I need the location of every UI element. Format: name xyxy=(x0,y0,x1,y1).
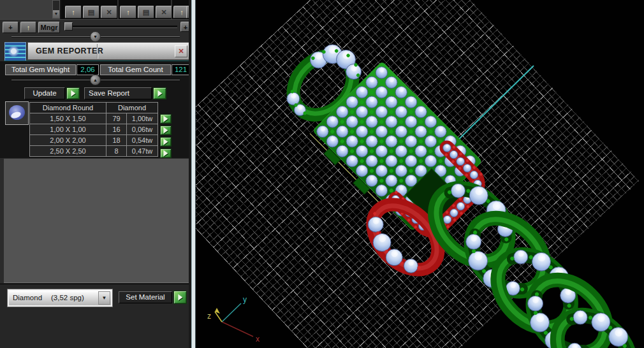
construction-line xyxy=(458,66,534,140)
col-header-diamond: Diamond xyxy=(106,103,157,113)
history-slider-handle[interactable] xyxy=(64,22,73,31)
x-axis-label: x xyxy=(256,335,260,344)
delete-icon: ✕ xyxy=(106,8,112,16)
history-slider-track[interactable] xyxy=(65,25,177,28)
gem-reporter-header[interactable]: GEM REPORTER ✕ xyxy=(4,42,190,60)
row-count: 8 xyxy=(106,146,126,156)
row-weight: 0,06tw xyxy=(127,124,157,134)
gem-reporter-titlebar: GEM REPORTER ✕ xyxy=(27,42,190,60)
delete-button[interactable]: ✕ xyxy=(101,6,117,18)
close-icon[interactable]: ✕ xyxy=(175,45,187,57)
up-arrow-icon: ↑ xyxy=(71,8,75,16)
save-report-button[interactable]: Save Report xyxy=(84,87,152,99)
row-count: 16 xyxy=(106,124,126,134)
up-arrow-icon: ↑ xyxy=(180,8,184,16)
delete-icon: ✕ xyxy=(161,8,166,16)
material-density: (3,52 spg) xyxy=(51,294,84,301)
row-size: 1,00 X 1,00 xyxy=(30,124,106,134)
row-size: 1,50 X 1,50 xyxy=(30,113,106,124)
delete-button[interactable]: ✕ xyxy=(156,6,172,18)
gem-reporter-icon xyxy=(4,42,26,61)
total-gem-count-value: 121 xyxy=(172,64,190,75)
row-weight: 1,00tw xyxy=(127,113,157,124)
toolbar-button-strip: ↑ ▤ ✕ ↑ ▤ ✕ ↑ ▤ xyxy=(61,0,191,19)
row-size: 2,50 X 2,50 xyxy=(30,146,106,156)
up-button[interactable]: ↑ xyxy=(20,22,36,33)
save-icon: ▤ xyxy=(143,8,149,16)
mngr-button[interactable]: Mngr xyxy=(38,22,60,33)
cplane-axis-icon: x y z xyxy=(207,295,260,344)
3d-viewport[interactable]: x y z xyxy=(196,0,644,348)
up-arrow-icon: ↑ xyxy=(126,8,130,16)
row-weight: 0,54tw xyxy=(127,135,157,145)
set-material-run-icon[interactable] xyxy=(173,291,187,304)
scrollbar-down-icon[interactable]: ▼ xyxy=(53,10,59,18)
viewport-scene: x y z xyxy=(196,0,644,348)
promote-button[interactable]: ↑ xyxy=(65,6,82,18)
z-axis-label: z xyxy=(207,312,211,321)
section-splitter[interactable]: ▲ xyxy=(0,76,191,84)
gem-thumbnail[interactable] xyxy=(5,101,29,125)
panel-viewport-divider[interactable] xyxy=(191,0,196,348)
update-run-icon[interactable] xyxy=(66,87,80,99)
titlebar-divider xyxy=(97,44,98,59)
save-button[interactable]: ▤ xyxy=(138,6,154,18)
col-header-size: Diamond Round xyxy=(30,103,106,113)
select-row-gems-icon[interactable] xyxy=(160,114,172,124)
row-count: 18 xyxy=(106,135,126,145)
total-gem-weight-label: Total Gem Weight xyxy=(5,64,76,75)
save-button[interactable]: ▤ xyxy=(83,6,99,18)
update-button[interactable]: Update xyxy=(24,87,65,99)
row-size: 2,00 X 2,00 xyxy=(30,135,106,145)
jewelry-model[interactable] xyxy=(246,23,644,348)
collapse-up-icon[interactable]: ▲ xyxy=(90,75,101,85)
set-material-button[interactable]: Set Material xyxy=(119,291,172,303)
side-panel: ▼ ↑ ▤ ✕ ↑ ▤ ✕ ↑ ▤ + ↑ Mngr + xyxy=(0,0,191,348)
gem-table: Diamond Round Diamond 1,50 X 1,50 79 1,0… xyxy=(29,102,158,157)
select-row-gems-icon[interactable] xyxy=(160,149,172,158)
total-gem-weight-value: 2,06 xyxy=(77,64,99,75)
save-icon: ▤ xyxy=(88,8,94,16)
promote-button[interactable]: ↑ xyxy=(120,6,136,18)
toolbar-separator xyxy=(117,0,119,19)
pave-plate xyxy=(307,61,490,245)
total-gem-count-label: Total Gem Count xyxy=(100,64,171,75)
select-row-gems-icon[interactable] xyxy=(160,126,172,135)
select-row-gems-icon[interactable] xyxy=(160,137,172,147)
app-window: ▼ ↑ ▤ ✕ ↑ ▤ ✕ ↑ ▤ + ↑ Mngr + xyxy=(0,0,644,348)
dropdown-arrow-icon[interactable]: ▼ xyxy=(98,291,110,305)
material-section: Diamond(3,52 spg) ▼ Set Material xyxy=(0,284,191,348)
panel-splitter[interactable]: ▼ xyxy=(0,33,191,41)
row-weight: 0,47tw xyxy=(127,146,157,156)
toolbar-corner-block: ▼ xyxy=(0,0,61,19)
material-name: Diamond xyxy=(13,294,42,301)
row-count: 79 xyxy=(106,113,126,124)
material-dropdown[interactable]: Diamond(3,52 spg) ▼ xyxy=(8,289,112,307)
panel-title: GEM REPORTER xyxy=(36,47,103,55)
save-report-run-icon[interactable] xyxy=(153,87,166,99)
collapse-down-icon[interactable]: ▼ xyxy=(90,31,101,42)
panel-scrollbar[interactable]: ▼ xyxy=(52,0,60,18)
add-button[interactable]: + xyxy=(3,22,18,33)
y-axis-label: y xyxy=(243,295,247,304)
panel-filler xyxy=(4,158,189,283)
